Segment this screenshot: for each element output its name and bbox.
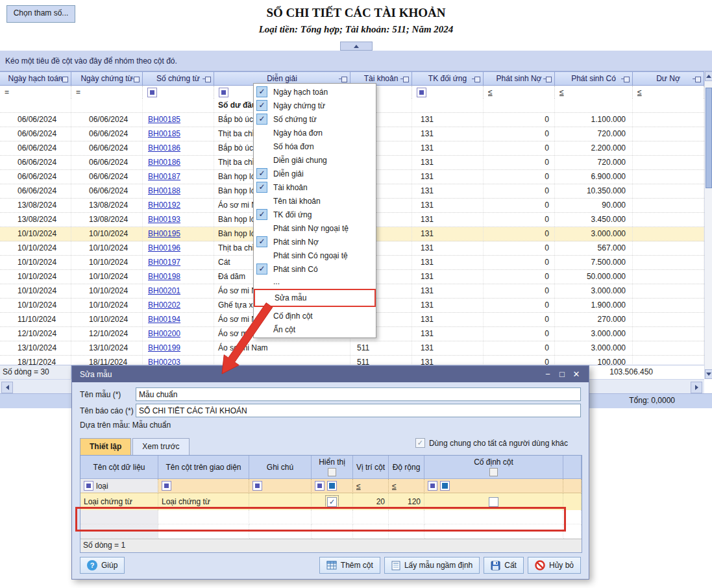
menu-item[interactable]: ✓ TK đối ứng	[254, 208, 376, 221]
column-header-doc-no[interactable]: Số chứng từ	[143, 71, 214, 86]
scroll-down-button[interactable]	[705, 369, 712, 379]
template-name-input[interactable]	[136, 387, 581, 401]
filter-corr-account[interactable]	[412, 86, 484, 99]
dialog-titlebar[interactable]: Sửa mẫu − □ ✕	[72, 366, 589, 382]
tab-preview[interactable]: Xem trước	[132, 438, 189, 455]
pin-icon[interactable]	[205, 77, 211, 82]
cancel-button[interactable]: Hủy bỏ	[528, 557, 581, 574]
menu-item[interactable]: ✓ Tài khoản	[254, 180, 376, 194]
menu-item[interactable]: ✓ Ngày hóa đơn	[254, 126, 376, 140]
pin-icon[interactable]	[341, 77, 347, 82]
doc-link[interactable]: BH00194	[148, 315, 180, 324]
doc-link[interactable]: BH00201	[148, 286, 180, 295]
doc-link[interactable]: BH00193	[148, 215, 180, 224]
filter-width[interactable]: ≤	[389, 479, 424, 493]
column-header-debit[interactable]: Phát sinh Nợ	[484, 71, 555, 86]
doc-link[interactable]: BH00195	[148, 229, 180, 238]
default-template-button[interactable]: Lấy mẫu ngầm định	[384, 557, 480, 574]
menu-item[interactable]: ✓ Cố định cột	[254, 309, 376, 323]
column-header-posting-date[interactable]: Ngày hạch toán	[0, 71, 71, 86]
share-checkbox[interactable]: ✓ Dùng chung cho tất cả người dùng khác	[415, 438, 568, 448]
col-data-name[interactable]: Tên cột dữ liệu	[80, 456, 158, 479]
pin-icon[interactable]	[546, 77, 552, 82]
column-header-debit-balance[interactable]: Dư Nợ	[633, 71, 704, 86]
doc-link[interactable]: BH00188	[148, 186, 180, 195]
doc-link[interactable]: BH00199	[148, 343, 180, 352]
checked-checkbox-icon[interactable]: ✓	[327, 497, 337, 507]
pin-icon[interactable]	[474, 77, 480, 82]
close-icon[interactable]: ✕	[569, 369, 583, 379]
filter-credit[interactable]: ≤	[555, 86, 633, 99]
scrollbar-thumb[interactable]	[706, 88, 712, 188]
vertical-scrollbar[interactable]	[704, 71, 712, 379]
pin-icon[interactable]	[134, 77, 140, 82]
scroll-up-button[interactable]	[705, 71, 712, 81]
group-by-dropzone[interactable]: Kéo một tiêu đề cột vào đây để nhóm theo…	[0, 51, 712, 71]
col-width[interactable]: Độ rộng	[389, 456, 424, 479]
columns-table-data-row[interactable]: Loại chứng từ Loại chứng từ ✓ 20 120	[80, 493, 582, 510]
cell-visible[interactable]: ✓	[312, 493, 353, 510]
minimize-icon[interactable]: −	[541, 369, 555, 379]
filter-note[interactable]	[249, 479, 312, 493]
pin-icon[interactable]	[624, 77, 630, 82]
table-row[interactable]: 18/11/2024 18/11/2024 BH00203 511 131 0 …	[0, 356, 704, 365]
menu-item[interactable]: ✓ Ngày hạch toán	[254, 85, 376, 99]
filter-posting-date[interactable]: =	[0, 86, 71, 99]
checkbox-icon[interactable]	[489, 468, 498, 476]
maximize-icon[interactable]: □	[555, 369, 569, 379]
menu-item[interactable]: ✓ Ngày chứng từ	[254, 99, 376, 112]
column-header-corr-account[interactable]: TK đối ứng	[412, 71, 484, 86]
filter-debit-balance[interactable]: ≤	[633, 86, 704, 99]
filter-debit[interactable]: ≤	[484, 86, 555, 99]
doc-link[interactable]: BH00198	[148, 272, 180, 281]
doc-link[interactable]: BH00187	[148, 172, 180, 181]
menu-item[interactable]: ✓ Phát sinh Có ngoại tệ	[254, 249, 376, 262]
report-name-input[interactable]	[136, 404, 581, 417]
tab-settings[interactable]: Thiết lập	[80, 438, 131, 455]
menu-item[interactable]: ✓ Phát sinh Nợ	[254, 235, 376, 249]
doc-link[interactable]: BH00200	[148, 329, 180, 338]
col-fixed[interactable]: Cố định cột	[424, 456, 563, 479]
menu-item[interactable]: ✓ Diễn giải	[254, 167, 376, 180]
pin-icon[interactable]	[403, 77, 409, 82]
filter-display-name[interactable]	[158, 479, 249, 493]
checkbox-icon[interactable]	[328, 468, 336, 476]
collapse-header-button[interactable]	[340, 42, 373, 51]
menu-item[interactable]: ✓ Số chứng từ	[254, 112, 376, 126]
filter-position[interactable]: ≤	[353, 479, 389, 493]
cell-fixed[interactable]	[424, 493, 563, 510]
filter-data-name[interactable]: loại	[80, 479, 158, 493]
menu-item[interactable]: ✓ Số hóa đơn	[254, 140, 376, 153]
cell-position[interactable]: 20	[353, 493, 389, 510]
filter-fixed[interactable]	[424, 479, 563, 493]
doc-link[interactable]: BH00186	[148, 158, 180, 167]
unchecked-checkbox-icon[interactable]	[489, 497, 498, 507]
menu-item[interactable]: ✓ Phát sinh Nợ ngoại tệ	[254, 221, 376, 235]
column-header-doc-date[interactable]: Ngày chứng từ	[71, 71, 143, 86]
col-visible[interactable]: Hiển thị	[312, 456, 353, 479]
filter-doc-no[interactable]	[143, 86, 214, 99]
doc-link[interactable]: BH00197	[148, 258, 180, 267]
doc-link[interactable]: BH00196	[148, 243, 180, 252]
filter-visible[interactable]	[312, 479, 353, 493]
doc-link[interactable]: BH00192	[148, 201, 180, 210]
col-note[interactable]: Ghi chú	[249, 456, 312, 479]
menu-item[interactable]: ✓ Phát sinh Có	[254, 262, 376, 276]
menu-item[interactable]: ✓ Ẩn cột	[254, 323, 376, 336]
menu-item[interactable]: ✓ Diễn giải chung	[254, 153, 376, 167]
add-column-button[interactable]: Thêm cột	[319, 557, 380, 574]
table-row[interactable]: 13/10/2024 13/10/2024 BH00199 Áo sơ mi N…	[0, 341, 704, 356]
cell-width[interactable]: 120	[389, 493, 424, 510]
menu-item[interactable]: ✓ Tên tài khoản	[254, 194, 376, 208]
pin-icon[interactable]	[695, 77, 701, 82]
col-display-name[interactable]: Tên cột trên giao diện	[158, 456, 249, 479]
doc-link[interactable]: BH00186	[148, 143, 180, 153]
menu-item[interactable]: ✓ ...	[254, 276, 376, 287]
scroll-left-button[interactable]	[1, 382, 13, 393]
menu-item[interactable]: ✓ Sửa mẫu	[254, 289, 376, 307]
scroll-right-button[interactable]	[691, 382, 702, 393]
doc-link[interactable]: BH00185	[148, 115, 180, 124]
save-button[interactable]: Cất	[484, 557, 524, 574]
doc-link[interactable]: BH00202	[148, 300, 180, 310]
doc-link[interactable]: BH00185	[148, 129, 180, 138]
